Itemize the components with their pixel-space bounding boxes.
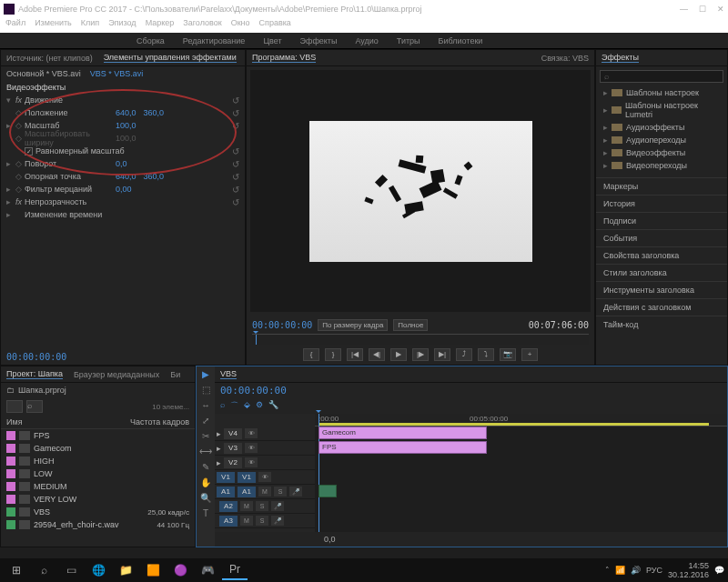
reset-icon[interactable]: ↺ [232,185,239,195]
rotation-value[interactable]: 0,0 [116,159,127,168]
twirl-icon[interactable]: ▸ [6,185,15,194]
program-ruler[interactable] [252,334,589,345]
solo-button[interactable]: S [256,516,268,526]
app-icon[interactable]: 🟧 [140,560,166,580]
keyframe-icon[interactable]: ◇ [15,172,25,181]
twirl-icon[interactable]: ▸ [6,197,15,206]
keyframe-icon[interactable]: ◇ [15,108,25,117]
type-tool[interactable]: T [199,508,212,521]
ripple-tool[interactable]: ↔ [199,400,212,413]
label-swatch[interactable] [6,520,15,529]
voice-button[interactable]: 🎤 [289,487,302,497]
zoom-select[interactable]: По размеру кадра [318,319,388,331]
effects-folder[interactable]: ▸Аудиоэффекты [596,121,727,134]
track-v1[interactable]: V1 [238,472,256,483]
timeline-content[interactable]: :00:00 00:05:00:00 Gamecom FPS [315,414,727,532]
marker-icon[interactable]: ⬙ [244,400,250,412]
panel-tab[interactable]: Действия с заголовком [596,298,727,316]
ec-master[interactable]: Основной * VBS.avi [6,69,81,78]
twirl-icon[interactable]: ▸ [217,444,221,453]
panel-tab[interactable]: Маркеры [596,177,727,195]
slip-tool[interactable]: ⟷ [199,447,212,459]
clip-gamecom[interactable]: Gamecom [318,426,487,439]
settings-icon[interactable]: ⚙ [256,400,263,412]
twirl-icon[interactable]: ▸ [217,458,221,467]
ws-editing[interactable]: Редактирование [183,33,246,48]
twirl-icon[interactable]: ▸ [217,429,221,438]
go-out-button[interactable]: ▶| [434,348,450,361]
ws-effects[interactable]: Эффекты [300,33,338,48]
col-framerate[interactable]: Частота кадров [130,417,189,426]
link-icon[interactable]: ⌒ [230,400,238,412]
twirl-icon[interactable]: ▸ [603,88,608,97]
track-a2[interactable]: A2 [219,501,238,512]
mark-out-button[interactable]: } [325,348,341,361]
keyframe-icon[interactable]: ◇ [15,121,25,130]
tab-program[interactable]: Программа: VBS [252,53,316,63]
solo-button[interactable]: S [274,487,287,497]
reset-icon[interactable]: ↺ [232,197,239,207]
tray-time[interactable]: 14:55 [668,561,709,570]
effects-search[interactable]: ⌕ [600,70,723,83]
track-a1[interactable]: A1 [238,487,256,497]
search-button[interactable]: ⌕ [31,560,56,580]
project-item[interactable]: HIGH [1,455,195,467]
tab-sequence[interactable]: VBS [220,369,237,379]
twirl-icon[interactable]: ▸ [6,121,15,130]
extract-button[interactable]: ⤵ [478,348,494,361]
task-view-button[interactable]: ▭ [58,560,84,580]
scale-value[interactable]: 100,0 [116,121,136,130]
remap-label[interactable]: Изменение времени [25,210,116,219]
effects-folder[interactable]: ▸Аудиопереходы [596,134,727,146]
ws-audio[interactable]: Аудио [355,33,378,48]
menu-clip[interactable]: Клип [81,18,99,33]
twirl-icon[interactable]: ▾ [6,95,15,105]
tray-lang[interactable]: РУС [646,566,662,575]
ec-clip[interactable]: VBS * VBS.avi [90,69,144,78]
reset-icon[interactable]: ↺ [232,159,239,169]
anchor-y[interactable]: 360,0 [144,172,165,181]
fx-badge[interactable]: fx [15,197,25,206]
step-back-button[interactable]: ◀| [369,348,385,361]
reset-icon[interactable]: ↺ [232,108,239,118]
timeline-timecode[interactable]: 00:00:00:00 [215,383,727,398]
close-button[interactable]: ✕ [717,5,724,14]
notification-icon[interactable]: 💬 [714,566,724,575]
selection-tool[interactable]: ▶ [199,369,212,382]
ws-titles[interactable]: Титры [397,33,420,48]
program-tc-left[interactable]: 00:00:00:00 [252,320,312,330]
tray-volume-icon[interactable]: 🔊 [631,566,641,575]
ws-color[interactable]: Цвет [263,33,281,48]
panel-tab[interactable]: Тайм-код [596,316,727,333]
col-name[interactable]: Имя [6,417,130,426]
track-v3[interactable]: V3 [224,443,242,454]
twirl-icon[interactable]: ▸ [6,159,15,168]
rate-tool[interactable]: ⤢ [199,416,212,428]
panel-tab[interactable]: Стили заголовка [596,264,727,281]
maximize-button[interactable]: ☐ [699,5,706,14]
project-item[interactable]: Gamecom [1,442,195,455]
tab-effect-controls[interactable]: Элементы управления эффектами [104,53,237,63]
step-fwd-button[interactable]: |▶ [412,348,429,361]
voice-button[interactable]: 🎤 [271,516,284,526]
panel-tab[interactable]: Инструменты заголовка [596,281,727,298]
search-input[interactable] [609,72,719,81]
effects-folder[interactable]: ▸Шаблоны настроек Lumetri [596,99,727,121]
quality-select[interactable]: Полное [393,319,428,331]
solo-button[interactable]: S [256,501,268,511]
position-x[interactable]: 640,0 [116,108,136,117]
wrench-icon[interactable]: 🔧 [268,400,278,412]
twirl-icon[interactable]: ▸ [603,161,608,170]
label-swatch[interactable] [6,482,15,491]
minimize-button[interactable]: — [680,5,688,14]
timeline-ruler[interactable]: :00:00 00:05:00:00 [315,414,727,426]
toggle-output[interactable]: 👁 [245,443,258,453]
app-icon[interactable]: 🟣 [167,560,193,580]
position-y[interactable]: 360,0 [144,108,165,117]
menu-sequence[interactable]: Эпизод [108,18,136,33]
source-v1[interactable]: V1 [217,472,235,483]
export-frame-button[interactable]: 📷 [500,348,516,361]
menu-help[interactable]: Справка [259,18,291,33]
premiere-icon[interactable]: Pr [222,560,248,580]
uniform-checkbox[interactable]: ✓ [25,147,33,156]
